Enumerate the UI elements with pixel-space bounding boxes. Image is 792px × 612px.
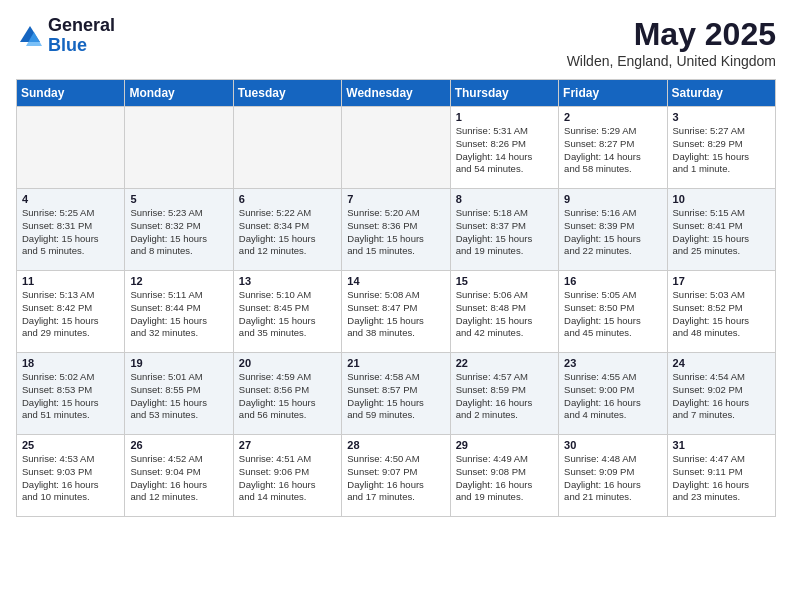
day-info: Sunrise: 5:01 AM Sunset: 8:55 PM Dayligh… <box>130 371 227 422</box>
day-info: Sunrise: 5:27 AM Sunset: 8:29 PM Dayligh… <box>673 125 770 176</box>
day-number: 21 <box>347 357 444 369</box>
day-info: Sunrise: 4:52 AM Sunset: 9:04 PM Dayligh… <box>130 453 227 504</box>
day-info: Sunrise: 5:25 AM Sunset: 8:31 PM Dayligh… <box>22 207 119 258</box>
day-number: 15 <box>456 275 553 287</box>
day-number: 9 <box>564 193 661 205</box>
day-info: Sunrise: 4:58 AM Sunset: 8:57 PM Dayligh… <box>347 371 444 422</box>
day-number: 27 <box>239 439 336 451</box>
day-number: 29 <box>456 439 553 451</box>
day-number: 17 <box>673 275 770 287</box>
logo: General Blue <box>16 16 115 56</box>
calendar-cell: 25Sunrise: 4:53 AM Sunset: 9:03 PM Dayli… <box>17 435 125 517</box>
day-number: 16 <box>564 275 661 287</box>
calendar-cell: 17Sunrise: 5:03 AM Sunset: 8:52 PM Dayli… <box>667 271 775 353</box>
calendar-cell: 8Sunrise: 5:18 AM Sunset: 8:37 PM Daylig… <box>450 189 558 271</box>
day-number: 6 <box>239 193 336 205</box>
calendar-cell: 28Sunrise: 4:50 AM Sunset: 9:07 PM Dayli… <box>342 435 450 517</box>
calendar-cell: 26Sunrise: 4:52 AM Sunset: 9:04 PM Dayli… <box>125 435 233 517</box>
calendar-cell: 21Sunrise: 4:58 AM Sunset: 8:57 PM Dayli… <box>342 353 450 435</box>
day-number: 3 <box>673 111 770 123</box>
calendar-cell: 11Sunrise: 5:13 AM Sunset: 8:42 PM Dayli… <box>17 271 125 353</box>
day-number: 23 <box>564 357 661 369</box>
calendar-cell <box>125 107 233 189</box>
calendar-cell <box>233 107 341 189</box>
day-info: Sunrise: 5:11 AM Sunset: 8:44 PM Dayligh… <box>130 289 227 340</box>
calendar-cell: 31Sunrise: 4:47 AM Sunset: 9:11 PM Dayli… <box>667 435 775 517</box>
calendar-cell: 6Sunrise: 5:22 AM Sunset: 8:34 PM Daylig… <box>233 189 341 271</box>
col-header-thursday: Thursday <box>450 80 558 107</box>
day-number: 19 <box>130 357 227 369</box>
calendar-cell: 3Sunrise: 5:27 AM Sunset: 8:29 PM Daylig… <box>667 107 775 189</box>
week-row: 18Sunrise: 5:02 AM Sunset: 8:53 PM Dayli… <box>17 353 776 435</box>
col-header-sunday: Sunday <box>17 80 125 107</box>
day-info: Sunrise: 5:16 AM Sunset: 8:39 PM Dayligh… <box>564 207 661 258</box>
day-info: Sunrise: 5:29 AM Sunset: 8:27 PM Dayligh… <box>564 125 661 176</box>
calendar-cell: 12Sunrise: 5:11 AM Sunset: 8:44 PM Dayli… <box>125 271 233 353</box>
day-info: Sunrise: 5:15 AM Sunset: 8:41 PM Dayligh… <box>673 207 770 258</box>
day-number: 25 <box>22 439 119 451</box>
week-row: 1Sunrise: 5:31 AM Sunset: 8:26 PM Daylig… <box>17 107 776 189</box>
day-number: 26 <box>130 439 227 451</box>
calendar-cell <box>342 107 450 189</box>
day-number: 4 <box>22 193 119 205</box>
calendar-cell: 30Sunrise: 4:48 AM Sunset: 9:09 PM Dayli… <box>559 435 667 517</box>
day-number: 8 <box>456 193 553 205</box>
header-row: SundayMondayTuesdayWednesdayThursdayFrid… <box>17 80 776 107</box>
calendar-cell: 27Sunrise: 4:51 AM Sunset: 9:06 PM Dayli… <box>233 435 341 517</box>
day-info: Sunrise: 5:31 AM Sunset: 8:26 PM Dayligh… <box>456 125 553 176</box>
day-info: Sunrise: 5:23 AM Sunset: 8:32 PM Dayligh… <box>130 207 227 258</box>
day-info: Sunrise: 4:54 AM Sunset: 9:02 PM Dayligh… <box>673 371 770 422</box>
day-info: Sunrise: 5:06 AM Sunset: 8:48 PM Dayligh… <box>456 289 553 340</box>
calendar-cell: 19Sunrise: 5:01 AM Sunset: 8:55 PM Dayli… <box>125 353 233 435</box>
day-number: 18 <box>22 357 119 369</box>
day-number: 7 <box>347 193 444 205</box>
day-info: Sunrise: 4:50 AM Sunset: 9:07 PM Dayligh… <box>347 453 444 504</box>
day-info: Sunrise: 4:57 AM Sunset: 8:59 PM Dayligh… <box>456 371 553 422</box>
calendar-cell: 24Sunrise: 4:54 AM Sunset: 9:02 PM Dayli… <box>667 353 775 435</box>
day-info: Sunrise: 5:22 AM Sunset: 8:34 PM Dayligh… <box>239 207 336 258</box>
calendar-cell: 29Sunrise: 4:49 AM Sunset: 9:08 PM Dayli… <box>450 435 558 517</box>
day-number: 5 <box>130 193 227 205</box>
logo-blue: Blue <box>48 36 115 56</box>
logo-text: General Blue <box>48 16 115 56</box>
calendar-cell: 20Sunrise: 4:59 AM Sunset: 8:56 PM Dayli… <box>233 353 341 435</box>
calendar-cell: 23Sunrise: 4:55 AM Sunset: 9:00 PM Dayli… <box>559 353 667 435</box>
day-number: 14 <box>347 275 444 287</box>
day-info: Sunrise: 5:02 AM Sunset: 8:53 PM Dayligh… <box>22 371 119 422</box>
calendar-cell: 2Sunrise: 5:29 AM Sunset: 8:27 PM Daylig… <box>559 107 667 189</box>
calendar-cell: 5Sunrise: 5:23 AM Sunset: 8:32 PM Daylig… <box>125 189 233 271</box>
calendar-cell: 18Sunrise: 5:02 AM Sunset: 8:53 PM Dayli… <box>17 353 125 435</box>
col-header-wednesday: Wednesday <box>342 80 450 107</box>
logo-icon <box>16 22 44 50</box>
day-number: 30 <box>564 439 661 451</box>
day-info: Sunrise: 5:20 AM Sunset: 8:36 PM Dayligh… <box>347 207 444 258</box>
day-info: Sunrise: 5:13 AM Sunset: 8:42 PM Dayligh… <box>22 289 119 340</box>
calendar-cell: 14Sunrise: 5:08 AM Sunset: 8:47 PM Dayli… <box>342 271 450 353</box>
day-info: Sunrise: 5:10 AM Sunset: 8:45 PM Dayligh… <box>239 289 336 340</box>
month-title: May 2025 <box>567 16 776 53</box>
day-info: Sunrise: 5:08 AM Sunset: 8:47 PM Dayligh… <box>347 289 444 340</box>
day-number: 10 <box>673 193 770 205</box>
day-info: Sunrise: 4:47 AM Sunset: 9:11 PM Dayligh… <box>673 453 770 504</box>
calendar-table: SundayMondayTuesdayWednesdayThursdayFrid… <box>16 79 776 517</box>
day-info: Sunrise: 5:05 AM Sunset: 8:50 PM Dayligh… <box>564 289 661 340</box>
day-info: Sunrise: 4:49 AM Sunset: 9:08 PM Dayligh… <box>456 453 553 504</box>
day-number: 2 <box>564 111 661 123</box>
logo-general: General <box>48 16 115 36</box>
day-info: Sunrise: 4:51 AM Sunset: 9:06 PM Dayligh… <box>239 453 336 504</box>
day-info: Sunrise: 4:53 AM Sunset: 9:03 PM Dayligh… <box>22 453 119 504</box>
day-info: Sunrise: 4:59 AM Sunset: 8:56 PM Dayligh… <box>239 371 336 422</box>
week-row: 25Sunrise: 4:53 AM Sunset: 9:03 PM Dayli… <box>17 435 776 517</box>
week-row: 11Sunrise: 5:13 AM Sunset: 8:42 PM Dayli… <box>17 271 776 353</box>
col-header-tuesday: Tuesday <box>233 80 341 107</box>
calendar-cell: 7Sunrise: 5:20 AM Sunset: 8:36 PM Daylig… <box>342 189 450 271</box>
calendar-cell: 16Sunrise: 5:05 AM Sunset: 8:50 PM Dayli… <box>559 271 667 353</box>
day-number: 20 <box>239 357 336 369</box>
calendar-cell: 22Sunrise: 4:57 AM Sunset: 8:59 PM Dayli… <box>450 353 558 435</box>
calendar-cell: 15Sunrise: 5:06 AM Sunset: 8:48 PM Dayli… <box>450 271 558 353</box>
day-info: Sunrise: 5:03 AM Sunset: 8:52 PM Dayligh… <box>673 289 770 340</box>
col-header-monday: Monday <box>125 80 233 107</box>
day-number: 24 <box>673 357 770 369</box>
calendar-cell: 4Sunrise: 5:25 AM Sunset: 8:31 PM Daylig… <box>17 189 125 271</box>
day-number: 28 <box>347 439 444 451</box>
